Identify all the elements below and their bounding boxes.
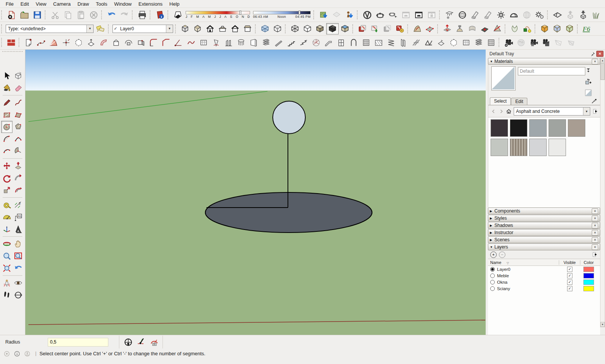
panel-header-shadows[interactable]: ▶Shadows✕	[488, 222, 600, 229]
shelf-tool-2[interactable]	[472, 37, 485, 48]
freehand-tool[interactable]	[13, 97, 24, 109]
zoom-window-tool[interactable]	[13, 250, 24, 262]
curve-wave[interactable]	[185, 37, 197, 48]
vray-ies-light[interactable]	[481, 9, 494, 20]
position-camera-tool[interactable]	[1, 277, 13, 289]
column-color[interactable]: Color	[580, 260, 597, 265]
details-arrow-button[interactable]	[591, 108, 599, 115]
style-shaded[interactable]	[314, 23, 326, 34]
open[interactable]	[18, 9, 31, 20]
model-info[interactable]	[153, 9, 166, 20]
create-camera[interactable]	[502, 37, 515, 48]
tape-measure-tool[interactable]	[1, 199, 13, 211]
zoom-extents-tool[interactable]	[1, 262, 13, 274]
sandbox-smoove[interactable]	[441, 23, 453, 34]
grid-box[interactable]	[197, 37, 210, 48]
vray-sphere-light[interactable]	[456, 9, 469, 20]
eraser-tool[interactable]	[13, 82, 24, 94]
layer-combo[interactable]: ✓Layer0▼	[113, 25, 173, 33]
text-tool[interactable]: A1	[13, 211, 24, 223]
measurement-input[interactable]	[48, 338, 108, 347]
truss-tool[interactable]	[422, 37, 435, 48]
view-top[interactable]	[191, 23, 204, 34]
shadow-date-slider[interactable]: JFMAMJJASOND	[186, 10, 250, 20]
grille-tool-2[interactable]	[485, 37, 497, 48]
beam-array[interactable]	[410, 37, 422, 48]
cone-profile[interactable]	[210, 37, 222, 48]
vray-render-interactive[interactable]	[386, 9, 399, 20]
toolbar-grip[interactable]	[45, 10, 47, 19]
scale-tool[interactable]	[1, 184, 13, 196]
stairs-straight[interactable]	[285, 37, 297, 48]
menu-draw[interactable]: Draw	[74, 0, 92, 8]
follow-me-tool[interactable]	[13, 172, 24, 184]
vray-dome-light[interactable]	[507, 9, 520, 20]
toolbar-grip[interactable]	[255, 24, 257, 33]
toolbar-grip[interactable]	[499, 38, 501, 47]
panel-close-button[interactable]: ✕	[592, 223, 598, 228]
three-d-text-tool[interactable]	[13, 223, 24, 235]
material-replacer[interactable]	[5, 37, 17, 48]
layer-current-radio[interactable]	[490, 280, 495, 284]
style-monochrome[interactable]	[339, 23, 351, 34]
vray-clipper[interactable]	[602, 9, 605, 20]
add-layer-button[interactable]: +	[490, 252, 497, 258]
select-tool[interactable]	[1, 70, 13, 82]
vray-asset-editor[interactable]	[361, 9, 374, 20]
sign-in-status-icon[interactable]	[24, 350, 31, 357]
wrap-dome[interactable]	[122, 37, 135, 48]
drawn-disk-face[interactable]	[205, 192, 372, 233]
material-name-field[interactable]: Default	[518, 67, 585, 75]
colonnade-tool[interactable]	[235, 37, 247, 48]
secondary-pane-button[interactable]	[585, 66, 592, 74]
toolbar-grip[interactable]	[101, 10, 103, 19]
new[interactable]	[5, 9, 18, 20]
menu-help[interactable]: Help	[166, 0, 183, 8]
dropdown-arrow-icon[interactable]: ▼	[583, 108, 590, 115]
vray-mesh-light[interactable]	[520, 9, 533, 20]
menu-edit[interactable]: Edit	[17, 0, 32, 8]
add-location[interactable]	[317, 9, 330, 20]
move-tool[interactable]	[1, 160, 13, 172]
menu-view[interactable]: View	[32, 0, 50, 8]
orbit-tool[interactable]	[1, 238, 13, 250]
layer-visible-checkbox[interactable]: ✓	[567, 280, 572, 285]
back-arrow-icon[interactable]	[490, 108, 497, 115]
toolbar-grip[interactable]	[175, 24, 177, 33]
escalator-tool[interactable]	[322, 37, 335, 48]
rectangle-tool[interactable]	[1, 109, 13, 121]
fredoscale-f6[interactable]: F6	[581, 23, 593, 34]
toolbar-grip[interactable]	[357, 10, 359, 19]
toolbar-grip[interactable]	[577, 24, 579, 33]
toolbar-grip[interactable]	[313, 10, 316, 19]
style-xray[interactable]	[259, 23, 271, 34]
material-swatch-concrete-grey[interactable]	[529, 119, 547, 137]
toolbar-grip[interactable]	[167, 10, 170, 19]
classification-type[interactable]: Type: <undefined>▼	[6, 25, 94, 33]
vray-render[interactable]	[374, 9, 386, 20]
layer-color-chip[interactable]	[583, 273, 594, 278]
vray-rect-light[interactable]	[443, 9, 456, 20]
circle-center-option-button[interactable]	[122, 336, 134, 348]
dropdown-arrow-icon[interactable]: ▼	[86, 25, 93, 33]
layer-visible-checkbox[interactable]: ✓	[567, 273, 572, 278]
page-flip[interactable]	[22, 37, 35, 48]
lock-camera[interactable]	[527, 37, 540, 48]
pick-axis[interactable]	[60, 37, 72, 48]
view-iso[interactable]	[179, 23, 191, 34]
panel-close-button[interactable]: ✕	[592, 216, 598, 221]
pie-tool[interactable]	[13, 145, 24, 157]
toolbar-grip[interactable]	[132, 10, 134, 19]
menu-extensions[interactable]: Extensions	[135, 0, 166, 8]
shelves-tool[interactable]	[260, 37, 272, 48]
panel-header-instructor[interactable]: ▶Instructor✕	[488, 229, 600, 236]
toggle-terrain[interactable]	[330, 9, 343, 20]
section-plane-tool[interactable]	[13, 289, 24, 301]
stairs-zigzag[interactable]	[297, 37, 310, 48]
style-wireframe[interactable]	[289, 23, 301, 34]
two-point-arc-tool[interactable]	[13, 133, 24, 145]
layer-current-radio[interactable]	[490, 273, 495, 278]
window-frame[interactable]	[335, 37, 347, 48]
camera-frustum-faces[interactable]	[565, 37, 577, 48]
toolbar-grip[interactable]	[150, 10, 152, 19]
